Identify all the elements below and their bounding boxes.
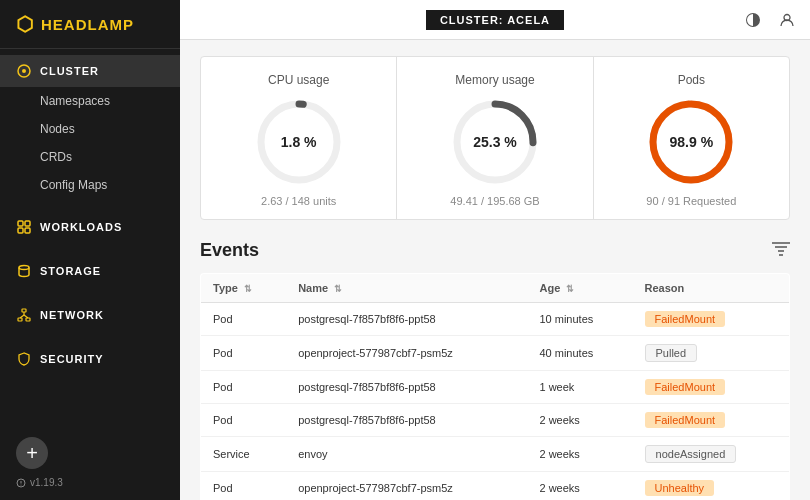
- cell-reason: FailedMount: [633, 404, 790, 437]
- workloads-icon: [16, 219, 32, 235]
- table-row[interactable]: Pod postgresql-7f857bf8f6-ppt58 10 minut…: [201, 303, 790, 336]
- svg-rect-7: [22, 309, 26, 312]
- events-table-header: Type ⇅ Name ⇅ Age ⇅ Reason: [201, 274, 790, 303]
- filter-icon[interactable]: [772, 242, 790, 260]
- sidebar-network-header[interactable]: NETWORK: [0, 299, 180, 331]
- svg-rect-9: [26, 318, 30, 321]
- gauge-item: Pods 98.9 % 90 / 91 Requested: [594, 57, 789, 219]
- cluster-label: CLUSTER: [40, 65, 99, 77]
- cell-age: 2 weeks: [527, 472, 632, 501]
- cell-name: postgresql-7f857bf8f6-ppt58: [286, 404, 527, 437]
- svg-point-15: [21, 484, 22, 485]
- reason-badge: FailedMount: [645, 311, 726, 327]
- sidebar: ⬡ HEADLAMP CLUSTER Namespaces Nodes CRDs…: [0, 0, 180, 500]
- gauge-title: Memory usage: [455, 73, 534, 87]
- sidebar-item-nodes[interactable]: Nodes: [0, 115, 180, 143]
- svg-rect-8: [18, 318, 22, 321]
- theme-toggle-icon[interactable]: [742, 9, 764, 31]
- col-name[interactable]: Name ⇅: [286, 274, 527, 303]
- sidebar-item-namespaces[interactable]: Namespaces: [0, 87, 180, 115]
- cell-reason: Pulled: [633, 336, 790, 371]
- add-button[interactable]: +: [16, 437, 48, 469]
- cell-type: Pod: [201, 303, 287, 336]
- gauge-subtitle: 2.63 / 148 units: [261, 195, 336, 207]
- reason-badge: Unhealthy: [645, 480, 715, 496]
- sidebar-workloads-header[interactable]: WORKLOADS: [0, 211, 180, 243]
- network-label: NETWORK: [40, 309, 104, 321]
- cluster-icon: [16, 63, 32, 79]
- version-area: v1.19.3: [16, 477, 164, 488]
- table-row[interactable]: Pod openproject-577987cbf7-psm5z 40 minu…: [201, 336, 790, 371]
- cell-reason: FailedMount: [633, 303, 790, 336]
- sidebar-section-security: SECURITY: [0, 337, 180, 381]
- gauge-value: 25.3 %: [473, 134, 517, 150]
- cluster-badge[interactable]: CLUSTER: ACELA: [426, 10, 564, 30]
- sidebar-section-workloads: WORKLOADS: [0, 205, 180, 249]
- main-content: CLUSTER: ACELA CPU usage 1.8 % 2.63 / 14…: [180, 0, 810, 500]
- cell-reason: Unhealthy: [633, 472, 790, 501]
- user-icon[interactable]: [776, 9, 798, 31]
- reason-badge: Pulled: [645, 344, 698, 362]
- security-icon: [16, 351, 32, 367]
- reason-badge: nodeAssigned: [645, 445, 737, 463]
- sidebar-cluster-header[interactable]: CLUSTER: [0, 55, 180, 87]
- cell-name: postgresql-7f857bf8f6-ppt58: [286, 303, 527, 336]
- version-text: v1.19.3: [30, 477, 63, 488]
- cell-type: Pod: [201, 404, 287, 437]
- security-label: SECURITY: [40, 353, 104, 365]
- cell-reason: nodeAssigned: [633, 437, 790, 472]
- sidebar-item-configmaps[interactable]: Config Maps: [0, 171, 180, 199]
- cell-type: Pod: [201, 371, 287, 404]
- gauges-row: CPU usage 1.8 % 2.63 / 148 units Memory …: [200, 56, 790, 220]
- gauge-value: 1.8 %: [281, 134, 317, 150]
- gauge-circle: 25.3 %: [450, 97, 540, 187]
- content-area: CPU usage 1.8 % 2.63 / 148 units Memory …: [180, 40, 810, 500]
- cell-age: 10 minutes: [527, 303, 632, 336]
- events-table: Type ⇅ Name ⇅ Age ⇅ Reason Pod postgresq…: [200, 273, 790, 500]
- sidebar-item-crds[interactable]: CRDs: [0, 143, 180, 171]
- gauge-value: 98.9 %: [670, 134, 714, 150]
- svg-point-6: [19, 266, 29, 270]
- gauge-circle: 98.9 %: [646, 97, 736, 187]
- logo-icon: ⬡: [16, 12, 33, 36]
- cell-age: 40 minutes: [527, 336, 632, 371]
- col-age[interactable]: Age ⇅: [527, 274, 632, 303]
- cell-name: envoy: [286, 437, 527, 472]
- logo-area: ⬡ HEADLAMP: [0, 0, 180, 49]
- events-header: Events: [200, 240, 790, 261]
- cell-type: Pod: [201, 336, 287, 371]
- logo-text: HEADLAMP: [41, 16, 134, 33]
- sidebar-security-header[interactable]: SECURITY: [0, 343, 180, 375]
- svg-rect-2: [18, 221, 23, 226]
- cell-age: 2 weeks: [527, 404, 632, 437]
- sidebar-section-network: NETWORK: [0, 293, 180, 337]
- sidebar-section-cluster: CLUSTER Namespaces Nodes CRDs Config Map…: [0, 49, 180, 205]
- table-row[interactable]: Pod postgresql-7f857bf8f6-ppt58 1 week F…: [201, 371, 790, 404]
- cell-age: 1 week: [527, 371, 632, 404]
- gauge-item: CPU usage 1.8 % 2.63 / 148 units: [201, 57, 397, 219]
- table-row[interactable]: Pod postgresql-7f857bf8f6-ppt58 2 weeks …: [201, 404, 790, 437]
- col-type[interactable]: Type ⇅: [201, 274, 287, 303]
- svg-point-1: [22, 69, 26, 73]
- table-row[interactable]: Pod openproject-577987cbf7-psm5z 2 weeks…: [201, 472, 790, 501]
- col-reason: Reason: [633, 274, 790, 303]
- svg-rect-3: [25, 221, 30, 226]
- sidebar-storage-header[interactable]: STORAGE: [0, 255, 180, 287]
- sidebar-bottom: + v1.19.3: [0, 425, 180, 500]
- reason-badge: FailedMount: [645, 379, 726, 395]
- cell-name: postgresql-7f857bf8f6-ppt58: [286, 371, 527, 404]
- cell-name: openproject-577987cbf7-psm5z: [286, 336, 527, 371]
- topbar: CLUSTER: ACELA: [180, 0, 810, 40]
- cell-reason: FailedMount: [633, 371, 790, 404]
- sidebar-section-storage: STORAGE: [0, 249, 180, 293]
- gauge-item: Memory usage 25.3 % 49.41 / 195.68 GB: [397, 57, 593, 219]
- gauge-subtitle: 49.41 / 195.68 GB: [450, 195, 539, 207]
- gauge-title: Pods: [678, 73, 705, 87]
- reason-badge: FailedMount: [645, 412, 726, 428]
- gauge-subtitle: 90 / 91 Requested: [646, 195, 736, 207]
- svg-rect-5: [25, 228, 30, 233]
- svg-rect-4: [18, 228, 23, 233]
- cell-name: openproject-577987cbf7-psm5z: [286, 472, 527, 501]
- table-row[interactable]: Service envoy 2 weeks nodeAssigned: [201, 437, 790, 472]
- workloads-label: WORKLOADS: [40, 221, 122, 233]
